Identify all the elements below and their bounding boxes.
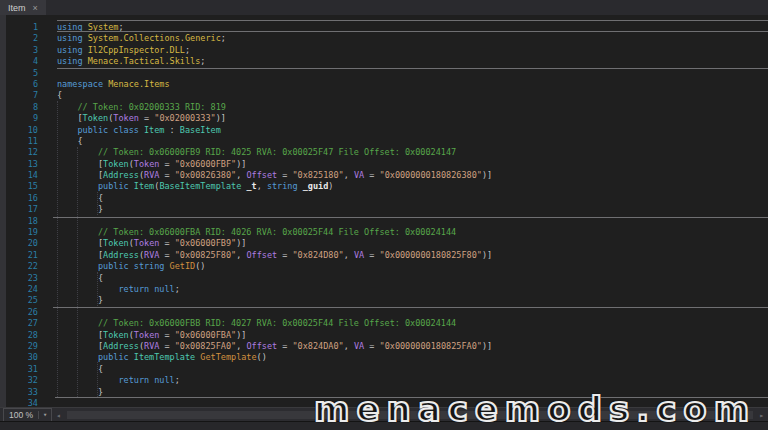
line-number: 25 — [0, 295, 38, 306]
chevron-down-icon[interactable]: ▾ — [38, 411, 51, 419]
code-text: public Item(BaseItemTemplate _t, string … — [38, 181, 333, 192]
code-line[interactable]: 9 [Token(Token = "0x02000333")] — [0, 113, 768, 124]
line-number: 26 — [0, 307, 38, 318]
line-number: 20 — [0, 238, 38, 249]
code-line[interactable]: 5 — [0, 68, 768, 79]
seam-line — [53, 307, 768, 308]
line-number: 14 — [0, 170, 38, 181]
code-line[interactable]: 29 [Address(RVA = "0x00825FA0", Offset =… — [0, 341, 768, 352]
code-line[interactable]: 32 return null; — [0, 375, 768, 386]
line-number: 34 — [0, 398, 38, 407]
code-text: [Address(RVA = "0x00826380", Offset = "0… — [38, 170, 492, 181]
scroll-left-icon[interactable]: ◂ — [52, 411, 65, 420]
code-text: // Token: 0x06000FB9 RID: 4025 RVA: 0x00… — [38, 147, 456, 158]
code-text: { — [38, 364, 103, 375]
code-line[interactable]: 27 // Token: 0x06000FBB RID: 4027 RVA: 0… — [0, 318, 768, 329]
code-line[interactable]: 14 [Address(RVA = "0x00826380", Offset =… — [0, 170, 768, 181]
tab-item[interactable]: Item × — [0, 0, 46, 15]
code-line[interactable]: 10 public class Item : BaseItem — [0, 125, 768, 136]
code-text: { — [38, 90, 62, 101]
zoom-level: 100 % — [4, 410, 38, 420]
code-line[interactable]: 30 public ItemTemplate GetTemplate() — [0, 352, 768, 363]
line-number: 9 — [0, 113, 38, 124]
code-line[interactable]: 7{ — [0, 90, 768, 101]
seam-line — [53, 217, 768, 218]
line-number: 16 — [0, 193, 38, 204]
scroll-right-icon[interactable]: ▸ — [755, 411, 768, 420]
code-text: using System.Collections.Generic; — [38, 33, 226, 44]
line-number: 6 — [0, 79, 38, 90]
code-line[interactable]: 20 [Token(Token = "0x06000FB9")] — [0, 238, 768, 249]
seam-line — [57, 20, 768, 21]
line-number: 10 — [0, 125, 38, 136]
line-number: 17 — [0, 204, 38, 215]
code-text: } — [38, 204, 103, 215]
code-editor[interactable]: 1using System;2using System.Collections.… — [0, 15, 768, 407]
code-text: [Address(RVA = "0x00825FA0", Offset = "0… — [38, 341, 492, 352]
line-number: 18 — [0, 216, 38, 227]
code-text: namespace Menace.Items — [38, 79, 170, 90]
code-line[interactable]: 3using Il2CppInspector.DLL; — [0, 45, 768, 56]
line-number: 2 — [0, 33, 38, 44]
code-line[interactable]: 28 [Token(Token = "0x06000FBA")] — [0, 330, 768, 341]
code-line[interactable]: 19 // Token: 0x06000FBA RID: 4026 RVA: 0… — [0, 227, 768, 238]
code-text: [Token(Token = "0x06000FBF")] — [38, 159, 246, 170]
code-line[interactable]: 8 // Token: 0x02000333 RID: 819 — [0, 102, 768, 113]
line-number: 4 — [0, 56, 38, 67]
code-line[interactable]: 16 { — [0, 193, 768, 204]
code-text: { — [38, 136, 83, 147]
code-line[interactable]: 24 return null; — [0, 284, 768, 295]
line-number: 7 — [0, 90, 38, 101]
indent-guide — [97, 362, 98, 397]
code-line[interactable]: 17 } — [0, 204, 768, 215]
code-text: } — [38, 295, 103, 306]
indent-guide — [97, 272, 98, 306]
line-number: 13 — [0, 159, 38, 170]
line-number: 22 — [0, 261, 38, 272]
code-line[interactable]: 2using System.Collections.Generic; — [0, 33, 768, 44]
line-number: 8 — [0, 102, 38, 113]
code-text: return null; — [38, 375, 180, 386]
code-text — [38, 68, 57, 79]
code-text: using Il2CppInspector.DLL; — [38, 45, 190, 56]
code-text: [Token(Token = "0x06000FBA")] — [38, 330, 246, 341]
line-number: 28 — [0, 330, 38, 341]
line-number: 11 — [0, 136, 38, 147]
seam-line — [57, 68, 768, 69]
code-line[interactable]: 11 { — [0, 136, 768, 147]
code-text: public ItemTemplate GetTemplate() — [38, 352, 267, 363]
ide-window: Item × 1using System;2using System.Colle… — [0, 0, 768, 430]
code-line[interactable]: 23 { — [0, 273, 768, 284]
code-line[interactable]: 12 // Token: 0x06000FB9 RID: 4025 RVA: 0… — [0, 147, 768, 158]
code-line[interactable]: 15 public Item(BaseItemTemplate _t, stri… — [0, 181, 768, 192]
watermark: menacemods.com — [314, 390, 756, 428]
code-line[interactable]: 21 [Address(RVA = "0x00825F80", Offset =… — [0, 250, 768, 261]
code-line[interactable]: 13 [Token(Token = "0x06000FBF")] — [0, 159, 768, 170]
line-number: 19 — [0, 227, 38, 238]
code-text: [Token(Token = "0x06000FB9")] — [38, 238, 246, 249]
indent-guide — [97, 192, 98, 215]
tab-title: Item — [8, 3, 26, 13]
line-number: 31 — [0, 364, 38, 375]
code-text: { — [38, 273, 103, 284]
code-text: // Token: 0x06000FBA RID: 4026 RVA: 0x00… — [38, 227, 456, 238]
indent-guide — [57, 101, 58, 397]
line-number: 29 — [0, 341, 38, 352]
seam-line — [57, 31, 768, 32]
close-icon[interactable]: × — [33, 3, 38, 13]
line-number: 3 — [0, 45, 38, 56]
code-line[interactable]: 25 } — [0, 295, 768, 306]
line-number: 5 — [0, 68, 38, 79]
line-number: 15 — [0, 181, 38, 192]
code-line[interactable]: 22 public string GetID() — [0, 261, 768, 272]
code-text: public string GetID() — [38, 261, 205, 272]
code-line[interactable]: 6namespace Menace.Items — [0, 79, 768, 90]
zoom-control[interactable]: 100 % ▾ — [3, 408, 52, 422]
code-text: // Token: 0x06000FBB RID: 4027 RVA: 0x00… — [38, 318, 456, 329]
line-number: 23 — [0, 273, 38, 284]
code-line[interactable]: 31 { — [0, 364, 768, 375]
code-text: // Token: 0x02000333 RID: 819 — [38, 102, 226, 113]
code-line[interactable]: 26 — [0, 307, 768, 318]
code-line[interactable]: 4using Menace.Tactical.Skills; — [0, 56, 768, 67]
code-text — [38, 307, 57, 318]
